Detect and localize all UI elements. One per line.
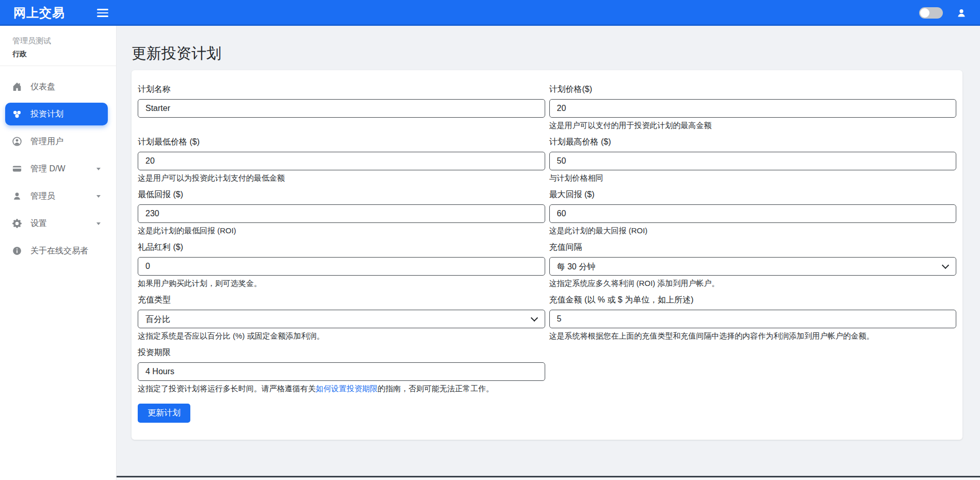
update-plan-form: 计划名称 计划价格($) 这是用户可以支付的用于投资此计划的最高金额 计划最低价… [138,84,956,400]
sidebar-item-about[interactable]: 关于在线交易者 [5,239,108,262]
topup-interval-label: 充值间隔 [549,242,957,253]
topup-interval-help: 这指定系统应多久将利润 (ROI) 添加到用户帐户。 [549,279,957,288]
sidebar-item-label: 仪表盘 [30,82,55,92]
gift-bonus-help: 如果用户购买此计划，则可选奖金。 [138,279,545,288]
sidebar-item-dashboard[interactable]: 仪表盘 [5,75,108,98]
min-return-label: 最低回报 ($) [138,189,545,200]
top-navbar: 网上交易 [0,0,980,26]
investment-duration-label: 投资期限 [138,347,545,358]
topup-type-select[interactable]: 百分比 [138,310,545,328]
info-circle-icon [12,246,22,255]
sidebar-item-label: 设置 [30,218,47,229]
topup-type-help: 这指定系统是否应以百分比 (%) 或固定金额添加利润。 [138,331,545,341]
profile-role: 行政 [12,50,104,59]
gear-icon [12,219,22,228]
plan-max-price-help: 与计划价格相同 [549,173,957,183]
plan-price-help: 这是用户可以支付的用于投资此计划的最高金额 [549,121,957,130]
sidebar-item-admins[interactable]: 管理员 [5,185,108,207]
min-return-help: 这是此计划的最低回报 (ROI) [138,226,545,235]
theme-toggle-knob [920,8,929,18]
field-min-return: 最低回报 ($) 这是此计划的最低回报 (ROI) [138,189,545,235]
topup-type-label: 充值类型 [138,295,545,306]
sidebar-item-label: 关于在线交易者 [30,246,88,257]
max-return-input[interactable] [549,204,957,223]
home-icon [12,82,22,91]
field-plan-max-price: 计划最高价格 ($) 与计划价格相同 [549,137,957,183]
sidebar-item-manage-dw[interactable]: 管理 D/W [5,157,108,180]
main-content: 更新投资计划 计划名称 计划价格($) 这是用户可以支付的用于投资此计划的最高金… [117,26,980,480]
user-circle-icon [12,137,22,146]
chevron-down-icon [96,195,101,198]
field-plan-min-price: 计划最低价格 ($) 这是用户可以为投资此计划支付的最低金额 [138,137,545,183]
gift-bonus-input[interactable] [138,257,545,276]
max-return-label: 最大回报 ($) [549,189,957,200]
chevron-down-icon [96,168,101,170]
theme-toggle[interactable] [919,7,943,19]
field-empty-cell [549,347,957,393]
user-account-icon[interactable] [956,8,967,18]
sidebar-item-label: 管理用户 [30,136,63,147]
topup-amount-label: 充值金额 (以 % 或 $ 为单位，如上所述) [549,295,957,306]
max-return-help: 这是此计划的最大回报 (ROI) [549,226,957,235]
plan-name-input[interactable] [138,99,545,118]
page-title: 更新投资计划 [132,45,962,61]
sidebar-item-investment-plans[interactable]: 投资计划 [5,103,108,125]
plan-price-label: 计划价格($) [549,84,957,95]
sidebar-menu: 仪表盘 投资计划 管理用户 [0,66,116,262]
topup-amount-input[interactable] [549,310,957,328]
horizontal-scrollbar[interactable] [117,476,980,477]
duration-guide-link[interactable]: 如何设置投资期限 [316,384,378,393]
sidebar: 管理员测试 行政 仪表盘 投资计划 [0,26,117,480]
field-plan-price: 计划价格($) 这是用户可以支付的用于投资此计划的最高金额 [549,84,957,130]
plan-name-label: 计划名称 [138,84,545,95]
topup-interval-select[interactable]: 每 30 分钟 [549,257,957,276]
min-return-input[interactable] [138,204,545,223]
credit-card-icon [12,164,22,173]
plan-min-price-input[interactable] [138,152,545,170]
field-investment-duration: 投资期限 这指定了投资计划将运行多长时间。请严格遵循有关如何设置投资期限的指南，… [138,347,545,393]
field-topup-interval: 充值间隔 每 30 分钟 这指定系统应多久将利润 (ROI) 添加到用户帐户。 [549,242,957,288]
person-icon [12,191,22,201]
hamburger-menu-icon[interactable] [97,9,108,17]
investment-duration-help: 这指定了投资计划将运行多长时间。请严格遵循有关如何设置投资期限的指南，否则可能无… [138,384,545,393]
plan-max-price-input[interactable] [549,152,957,170]
field-topup-type: 充值类型 百分比 这指定系统是否应以百分比 (%) 或固定金额添加利润。 [138,295,545,341]
sidebar-profile: 管理员测试 行政 [0,26,116,66]
field-gift-bonus: 礼品红利 ($) 如果用户购买此计划，则可选奖金。 [138,242,545,288]
chevron-down-icon [96,222,101,225]
sidebar-item-label: 管理 D/W [30,164,66,174]
plan-max-price-label: 计划最高价格 ($) [549,137,957,148]
profile-name: 管理员测试 [12,36,104,46]
navbar-right [919,7,967,19]
investment-duration-input[interactable] [138,362,545,381]
plan-price-input[interactable] [549,99,957,118]
field-topup-amount: 充值金额 (以 % 或 $ 为单位，如上所述) 这是系统将根据您在上面的充值类型… [549,295,957,341]
sidebar-item-label: 管理员 [30,191,55,202]
field-max-return: 最大回报 ($) 这是此计划的最大回报 (ROI) [549,189,957,235]
plan-min-price-label: 计划最低价格 ($) [138,137,545,148]
brand-title: 网上交易 [13,5,65,21]
coins-icon [12,109,22,119]
sidebar-item-manage-users[interactable]: 管理用户 [5,130,108,153]
topup-amount-help: 这是系统将根据您在上面的充值类型和充值间隔中选择的内容作为利润添加到用户帐户的金… [549,331,957,341]
app-window: 网上交易 管理员测试 行政 [0,0,980,480]
update-plan-button[interactable]: 更新计划 [138,404,190,423]
update-plan-form-card: 计划名称 计划价格($) 这是用户可以支付的用于投资此计划的最高金额 计划最低价… [132,70,962,440]
field-plan-name: 计划名称 [138,84,545,130]
gift-bonus-label: 礼品红利 ($) [138,242,545,253]
plan-min-price-help: 这是用户可以为投资此计划支付的最低金额 [138,173,545,183]
sidebar-item-label: 投资计划 [30,109,63,120]
sidebar-item-settings[interactable]: 设置 [5,212,108,235]
